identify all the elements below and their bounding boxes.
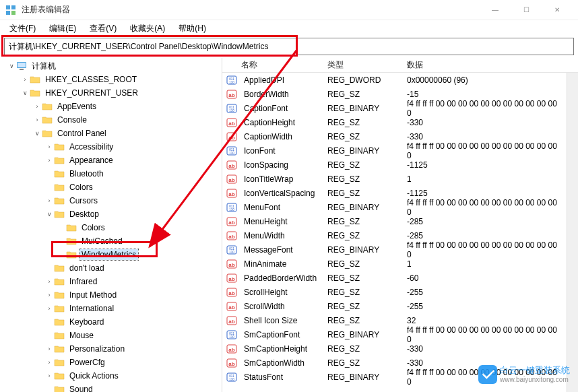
folder-icon <box>54 290 65 300</box>
tree-item-bluetooth[interactable]: ›Bluetooth <box>0 167 222 181</box>
list-row[interactable]: abIconSpacingREG_SZ-1125 <box>222 158 567 172</box>
tree-item-international[interactable]: ›International <box>0 302 222 315</box>
list-row[interactable]: abMenuHeightREG_SZ-285 <box>222 214 567 228</box>
list-row[interactable]: abScrollWidthREG_SZ-255 <box>222 299 567 313</box>
string-value-icon: ab <box>226 131 237 142</box>
list-row[interactable]: 011110AppliedDPIREG_DWORD0x00000060 (96) <box>222 73 567 87</box>
svg-text:ab: ab <box>228 92 234 98</box>
tree-item-dontload[interactable]: ›don't load <box>0 261 222 275</box>
tree-item-muicached[interactable]: ›MuiCached <box>0 234 222 248</box>
value-name: BorderWidth <box>240 90 323 99</box>
value-data: -330 <box>403 118 567 127</box>
binary-value-icon: 011110 <box>226 145 237 156</box>
watermark-line2: www.baiyunxitong.com <box>500 376 570 383</box>
column-type[interactable]: 类型 <box>323 59 403 71</box>
column-data[interactable]: 数据 <box>403 59 578 71</box>
tree-item-sound[interactable]: ›Sound <box>0 383 222 392</box>
tree-item-desktop-colors[interactable]: ›Colors <box>0 221 222 234</box>
list-row[interactable]: 011110SmCaptionFontREG_BINARYf4 ff ff ff… <box>222 327 567 341</box>
menu-help[interactable]: 帮助(H) <box>173 22 212 36</box>
tree-item-hkcr[interactable]: ›HKEY_CLASSES_ROOT <box>0 73 222 86</box>
svg-text:110: 110 <box>229 335 234 339</box>
value-type: REG_SZ <box>323 273 403 283</box>
list-row[interactable]: abIconTitleWrapREG_SZ1 <box>222 172 567 186</box>
tree-item-windowmetrics[interactable]: ›WindowMetrics <box>0 248 222 261</box>
value-type: REG_SZ <box>323 302 403 311</box>
svg-rect-5 <box>18 63 26 67</box>
list-row[interactable]: abPaddedBorderWidthREG_SZ-60 <box>222 271 567 285</box>
svg-text:110: 110 <box>229 208 234 211</box>
value-name: MenuFont <box>240 203 323 212</box>
value-data: -330 <box>403 132 567 141</box>
tree-item-hkcu[interactable]: ∨HKEY_CURRENT_USER <box>0 86 222 100</box>
list-row[interactable]: 011110CaptionFontREG_BINARYf4 ff ff ff 0… <box>222 101 567 115</box>
list-row[interactable]: abScrollHeightREG_SZ-255 <box>222 285 567 299</box>
menu-file[interactable]: 文件(F) <box>4 22 41 36</box>
tree-item-mouse[interactable]: ›Mouse <box>0 329 222 342</box>
tree-item-appevents[interactable]: ›AppEvents <box>0 100 222 113</box>
tree-item-keyboard[interactable]: ›Keyboard <box>0 315 222 329</box>
value-data: f4 ff ff ff 00 00 00 00 00 00 00 00 00 0… <box>403 325 567 344</box>
value-name: SmCaptionWidth <box>240 358 323 368</box>
scrollbar[interactable] <box>567 73 578 392</box>
string-value-icon: ab <box>226 216 237 227</box>
tree-item-accessibility[interactable]: ›Accessibility <box>0 140 222 154</box>
tree-item-quickactions[interactable]: ›Quick Actions <box>0 369 222 383</box>
binary-value-icon: 011110 <box>226 103 237 114</box>
folder-icon <box>54 371 65 381</box>
list-row[interactable]: 011110IconFontREG_BINARYf4 ff ff ff 00 0… <box>222 143 567 158</box>
binary-value-icon: 011110 <box>226 372 237 383</box>
value-data: f4 ff ff ff 00 00 00 00 00 00 00 00 00 0… <box>403 198 567 217</box>
tree-item-personalization[interactable]: ›Personalization <box>0 342 222 356</box>
tree-pane[interactable]: ∨计算机 ›HKEY_CLASSES_ROOT ∨HKEY_CURRENT_US… <box>0 58 222 392</box>
list-row[interactable]: 011110MenuFontREG_BINARYf4 ff ff ff 00 0… <box>222 200 567 214</box>
list-row[interactable]: abMinAnimateREG_SZ1 <box>222 257 567 271</box>
list-row[interactable]: abCaptionHeightREG_SZ-330 <box>222 115 567 129</box>
tree-item-colors[interactable]: ›Colors <box>0 181 222 194</box>
computer-icon <box>16 61 27 71</box>
menubar: 文件(F) 编辑(E) 查看(V) 收藏夹(A) 帮助(H) <box>0 20 578 36</box>
list-pane[interactable]: 名称 类型 数据 011110AppliedDPIREG_DWORD0x0000… <box>222 58 578 392</box>
svg-rect-2 <box>6 11 10 15</box>
watermark-logo-icon <box>478 365 497 384</box>
svg-text:ab: ab <box>228 304 234 311</box>
tree-item-desktop[interactable]: ∨Desktop <box>0 207 222 221</box>
svg-text:ab: ab <box>228 347 234 353</box>
menu-view[interactable]: 查看(V) <box>84 22 122 36</box>
tree-item-console[interactable]: ›Console <box>0 113 222 127</box>
tree-item-powercfg[interactable]: ›PowerCfg <box>0 356 222 369</box>
value-data: -285 <box>403 231 567 240</box>
svg-text:ab: ab <box>228 220 234 226</box>
folder-icon <box>54 142 65 152</box>
folder-icon <box>54 156 65 165</box>
address-input[interactable] <box>4 38 574 55</box>
tree-item-controlpanel[interactable]: ∨Control Panel <box>0 127 222 140</box>
string-value-icon: ab <box>226 344 237 354</box>
minimize-button[interactable]: — <box>480 0 511 20</box>
menu-edit[interactable]: 编辑(E) <box>44 22 82 36</box>
value-name: PaddedBorderWidth <box>240 273 323 283</box>
value-name: MenuWidth <box>240 231 323 240</box>
list-row[interactable]: abSmCaptionHeightREG_SZ-330 <box>222 341 567 356</box>
value-name: CaptionFont <box>240 104 323 113</box>
tree-item-infrared[interactable]: ›Infrared <box>0 275 222 288</box>
menu-favorites[interactable]: 收藏夹(A) <box>125 22 170 36</box>
watermark-line1: 白云一键重装系统 <box>500 366 570 375</box>
value-name: StatusFont <box>240 372 323 382</box>
tree-item-inputmethod[interactable]: ›Input Method <box>0 288 222 302</box>
maximize-button[interactable]: ☐ <box>511 0 542 20</box>
svg-text:110: 110 <box>229 109 234 112</box>
close-button[interactable]: ✕ <box>542 0 573 20</box>
column-name[interactable]: 名称 <box>222 59 323 71</box>
tree-item-appearance[interactable]: ›Appearance <box>0 154 222 167</box>
folder-icon <box>54 331 65 340</box>
tree-item-computer[interactable]: ∨计算机 <box>0 59 222 73</box>
svg-text:ab: ab <box>228 121 234 127</box>
svg-text:ab: ab <box>228 177 234 183</box>
tree-item-cursors[interactable]: ›Cursors <box>0 194 222 207</box>
svg-rect-6 <box>20 69 24 70</box>
value-data: f4 ff ff ff 00 00 00 00 00 00 00 00 00 0… <box>403 141 567 160</box>
value-type: REG_SZ <box>323 160 403 170</box>
svg-text:ab: ab <box>228 319 234 325</box>
list-row[interactable]: 011110MessageFontREG_BINARYf4 ff ff ff 0… <box>222 242 567 257</box>
